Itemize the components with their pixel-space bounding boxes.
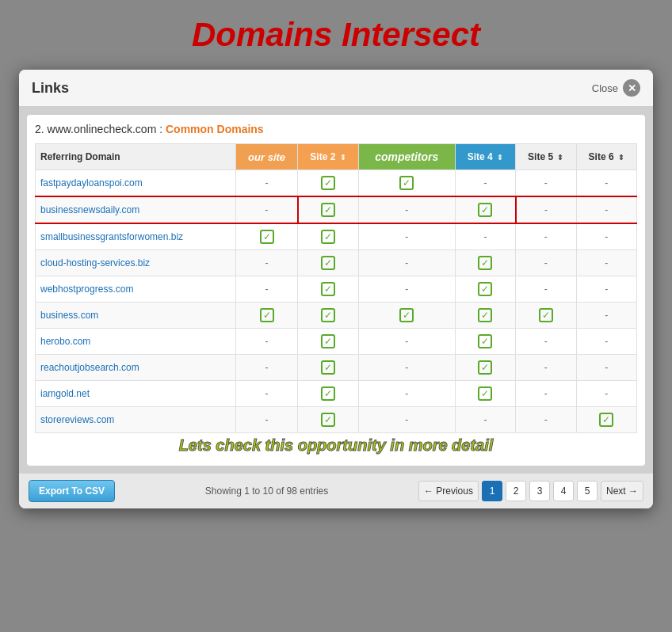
cell-site5: -: [516, 355, 576, 381]
check-icon: ✓: [321, 413, 335, 427]
cell-site6: -: [576, 329, 637, 355]
cell-site6: -: [576, 223, 637, 250]
check-icon: ✓: [321, 203, 335, 217]
cell-site6: -: [576, 276, 637, 303]
table-row: reachoutjobsearch.com-✓-✓--: [36, 355, 637, 381]
table-row: smallbusinessgrantsforwomen.biz✓✓----: [36, 223, 637, 250]
subtitle-text: 2. www.onlinecheck.com :: [35, 123, 162, 135]
domain-cell[interactable]: cloud-hosting-services.biz: [36, 250, 236, 276]
table-row: storereviews.com-✓---✓: [36, 407, 637, 433]
table-row: fastpaydayloanspoi.com-✓✓---: [36, 170, 637, 197]
check-icon: ✓: [478, 360, 492, 375]
modal-footer: Export To CSV Showing 1 to 10 of 98 entr…: [19, 474, 653, 508]
domain-cell[interactable]: reachoutjobsearch.com: [36, 355, 236, 381]
cell-site2: ✓: [298, 329, 358, 355]
cell-site4: ✓: [455, 303, 515, 329]
check-icon: ✓: [321, 334, 335, 348]
cell-site2: ✓: [298, 276, 358, 303]
check-icon: ✓: [478, 256, 492, 270]
check-icon: ✓: [321, 256, 335, 270]
cell-competitors: -: [358, 276, 455, 303]
col-header-competitors[interactable]: competitors: [358, 144, 455, 170]
cell-site5: -: [516, 196, 576, 223]
cell-our_site: -: [235, 355, 298, 381]
page-title: Domains Intersect: [192, 16, 480, 54]
check-icon: ✓: [260, 308, 274, 322]
cell-site5: -: [516, 250, 576, 276]
domain-cell[interactable]: businessnewsdaily.com: [36, 196, 236, 223]
modal-subtitle: 2. www.onlinecheck.com : Common Domains: [35, 123, 637, 135]
cell-competitors: ✓: [358, 170, 455, 197]
check-icon: ✓: [321, 308, 335, 322]
domain-cell[interactable]: smallbusinessgrantsforwomen.biz: [36, 223, 236, 250]
cell-site6: ✓: [576, 407, 637, 433]
cell-site2: ✓: [298, 250, 358, 276]
cell-site2: ✓: [298, 381, 358, 407]
col-header-site2[interactable]: Site 2 ⇕: [298, 144, 358, 170]
cell-site5: -: [516, 223, 576, 250]
check-icon: ✓: [321, 386, 335, 401]
check-icon: ✓: [260, 230, 274, 244]
cell-site6: -: [576, 303, 637, 329]
pagination: ← Previous 1 2 3 4 5 Next →: [418, 481, 643, 501]
page-5-button[interactable]: 5: [577, 481, 598, 501]
col-header-oursite[interactable]: our site: [235, 144, 298, 170]
page-1-button[interactable]: 1: [482, 481, 502, 501]
page-4-button[interactable]: 4: [553, 481, 574, 501]
check-icon: ✓: [478, 386, 492, 401]
modal-body: 2. www.onlinecheck.com : Common Domains …: [27, 115, 645, 466]
cell-site4: -: [455, 407, 515, 433]
table-row: herobo.com-✓-✓--: [36, 329, 637, 355]
cell-site2: ✓: [298, 223, 358, 250]
site-label: Common Domains: [166, 123, 264, 135]
col-header-site4[interactable]: Site 4 ⇕: [455, 144, 515, 170]
cell-competitors: -: [358, 250, 455, 276]
check-icon: ✓: [321, 176, 335, 190]
col-header-site5[interactable]: Site 5 ⇕: [516, 144, 576, 170]
close-button[interactable]: ✕: [623, 79, 640, 97]
domain-cell[interactable]: webhostprogress.com: [36, 276, 236, 303]
check-icon: ✓: [478, 308, 492, 322]
cell-site6: -: [576, 196, 637, 223]
export-csv-button[interactable]: Export To CSV: [29, 480, 115, 502]
table-row: business.com✓✓✓✓✓-: [36, 303, 637, 329]
cell-competitors: -: [358, 196, 455, 223]
table-row: webhostprogress.com-✓-✓--: [36, 276, 637, 303]
cell-our_site: -: [235, 276, 298, 303]
domain-cell[interactable]: business.com: [36, 303, 236, 329]
check-icon: ✓: [478, 203, 492, 217]
cell-site6: -: [576, 250, 637, 276]
cell-our_site: ✓: [235, 303, 298, 329]
cell-site4: ✓: [455, 250, 515, 276]
cell-site2: ✓: [298, 407, 358, 433]
col-header-domain[interactable]: Referring Domain: [36, 144, 236, 170]
next-button[interactable]: Next →: [601, 481, 643, 501]
prev-button[interactable]: ← Previous: [418, 481, 479, 501]
cell-site4: ✓: [455, 329, 515, 355]
domain-cell[interactable]: herobo.com: [36, 329, 236, 355]
cell-site4: -: [455, 223, 515, 250]
cell-competitors: -: [358, 329, 455, 355]
cell-competitors: -: [358, 355, 455, 381]
cell-our_site: ✓: [235, 223, 298, 250]
check-icon: ✓: [478, 334, 492, 348]
cell-site5: -: [516, 329, 576, 355]
showing-text: Showing 1 to 10 of 98 entries: [205, 485, 328, 497]
table-row: businessnewsdaily.com-✓-✓--: [36, 196, 637, 223]
cell-site4: ✓: [455, 381, 515, 407]
cell-site6: -: [576, 170, 637, 197]
cell-site6: -: [576, 381, 637, 407]
page-2-button[interactable]: 2: [506, 481, 526, 501]
domain-cell[interactable]: iamgold.net: [36, 381, 236, 407]
close-label: Close: [592, 82, 618, 94]
domain-cell[interactable]: fastpaydayloanspoi.com: [36, 170, 236, 197]
cell-site2: ✓: [298, 303, 358, 329]
check-icon: ✓: [478, 282, 492, 296]
cell-our_site: -: [235, 250, 298, 276]
cell-site5: -: [516, 170, 576, 197]
domain-cell[interactable]: storereviews.com: [36, 407, 236, 433]
domains-table: Referring Domain our site Site 2 ⇕ compe…: [35, 143, 637, 433]
col-header-site6[interactable]: Site 6 ⇕: [576, 144, 637, 170]
check-icon: ✓: [399, 176, 414, 190]
page-3-button[interactable]: 3: [529, 481, 550, 501]
